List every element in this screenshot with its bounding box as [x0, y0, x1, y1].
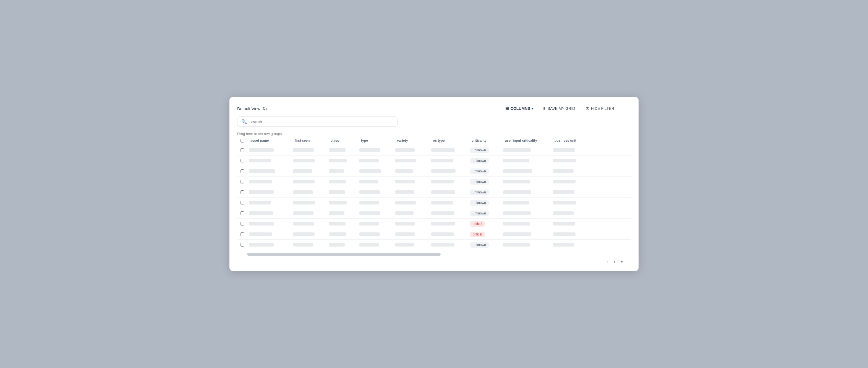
row-os-type — [430, 201, 468, 204]
header-checkbox-cell — [237, 139, 247, 142]
criticality-badge: unknown — [470, 169, 489, 174]
columns-label: COLUMNS — [510, 106, 530, 111]
first-seen-value — [293, 222, 314, 226]
row-criticality: unknown — [468, 158, 501, 164]
search-bar: 🔍 — [237, 116, 398, 127]
criticality-badge: unknown — [470, 210, 489, 216]
class-value — [329, 190, 345, 194]
business-unit-value — [553, 169, 574, 173]
toolbar: Default View 🗂 ⊞ COLUMNS ▾ ⬇ SAVE MY GRI… — [237, 105, 631, 112]
row-os-type — [430, 180, 468, 183]
next-page-button[interactable]: › — [612, 258, 617, 265]
table-row[interactable]: unknown — [237, 198, 631, 208]
table-row[interactable]: unknown — [237, 166, 631, 176]
os-type-value — [431, 222, 455, 226]
row-os-type — [430, 211, 468, 215]
row-checkbox[interactable] — [241, 232, 244, 236]
data-table: asset name first seen class type variety… — [237, 139, 631, 256]
last-page-button[interactable]: » — [619, 258, 625, 265]
header-criticality: criticality — [468, 139, 501, 142]
table-row[interactable]: unknown — [237, 187, 631, 198]
os-type-value — [431, 169, 456, 173]
row-business-unit — [551, 211, 590, 215]
row-user-input-criticality — [501, 159, 551, 163]
row-checkbox[interactable] — [241, 243, 244, 247]
row-checkbox[interactable] — [241, 211, 244, 215]
row-os-type — [430, 190, 468, 194]
type-value — [359, 190, 380, 194]
user-input-value — [503, 232, 531, 236]
row-criticality: unknown — [468, 210, 501, 216]
user-input-value — [503, 201, 529, 204]
row-checkbox[interactable] — [241, 148, 244, 152]
user-input-value — [503, 243, 530, 247]
user-input-value — [503, 169, 532, 173]
type-value — [359, 243, 379, 247]
table-row[interactable]: unknown — [237, 176, 631, 187]
variety-value — [395, 169, 413, 173]
columns-button[interactable]: ⊞ COLUMNS ▾ — [505, 106, 533, 111]
row-asset-name — [247, 190, 291, 194]
row-user-input-criticality — [501, 211, 551, 215]
row-first-seen — [291, 190, 327, 194]
user-input-value — [503, 180, 530, 183]
hide-filter-button[interactable]: ⧖ HIDE FILTER — [584, 105, 616, 112]
select-all-checkbox[interactable] — [241, 139, 244, 142]
row-variety — [394, 243, 430, 247]
table-row[interactable]: unknown — [237, 208, 631, 219]
row-variety — [394, 211, 430, 215]
row-checkbox[interactable] — [241, 169, 244, 173]
row-os-type — [430, 148, 468, 152]
user-input-value — [503, 159, 529, 163]
more-options-button[interactable]: ⋮ — [623, 105, 631, 112]
search-icon: 🔍 — [241, 119, 247, 124]
row-user-input-criticality — [501, 169, 551, 173]
business-unit-value — [553, 222, 575, 226]
view-title-area: Default View 🗂 — [237, 106, 267, 111]
row-checkbox[interactable] — [241, 180, 244, 183]
business-unit-value — [553, 190, 575, 194]
business-unit-value — [553, 211, 574, 215]
row-checkbox[interactable] — [241, 159, 244, 163]
row-type — [358, 232, 394, 236]
row-variety — [394, 232, 430, 236]
row-checkbox[interactable] — [241, 222, 244, 226]
asset-name-value — [249, 190, 274, 194]
class-value — [329, 232, 346, 236]
row-business-unit — [551, 159, 590, 163]
row-checkbox[interactable] — [241, 190, 244, 194]
asset-name-value — [249, 211, 273, 215]
class-value — [329, 211, 344, 215]
header-business-unit: business unit — [551, 139, 590, 142]
row-os-type — [430, 169, 468, 173]
table-row[interactable]: unknown — [237, 145, 631, 155]
table-row[interactable]: unknown — [237, 155, 631, 166]
os-type-value — [431, 211, 455, 215]
save-grid-button[interactable]: ⬇ SAVE MY GRID — [540, 105, 578, 112]
row-checkbox-cell — [237, 232, 247, 236]
table-row[interactable]: critical — [237, 229, 631, 239]
row-variety — [394, 148, 430, 152]
row-class — [327, 211, 358, 215]
os-type-value — [431, 159, 453, 163]
table-row[interactable]: critical — [237, 219, 631, 229]
row-first-seen — [291, 222, 327, 226]
row-business-unit — [551, 243, 590, 247]
criticality-badge: unknown — [470, 200, 489, 205]
row-first-seen — [291, 211, 327, 215]
search-input[interactable] — [250, 119, 393, 124]
row-variety — [394, 222, 430, 226]
os-type-value — [431, 243, 455, 247]
row-business-unit — [551, 169, 590, 173]
variety-value — [395, 211, 413, 215]
row-checkbox[interactable] — [241, 201, 244, 204]
row-type — [358, 180, 394, 183]
horizontal-scrollbar[interactable] — [247, 253, 441, 256]
row-first-seen — [291, 180, 327, 183]
first-seen-value — [293, 232, 315, 236]
prev-page-button[interactable]: ‹ — [605, 258, 610, 265]
row-type — [358, 222, 394, 226]
row-os-type — [430, 222, 468, 226]
table-row[interactable]: unknown — [237, 239, 631, 250]
row-variety — [394, 159, 430, 163]
